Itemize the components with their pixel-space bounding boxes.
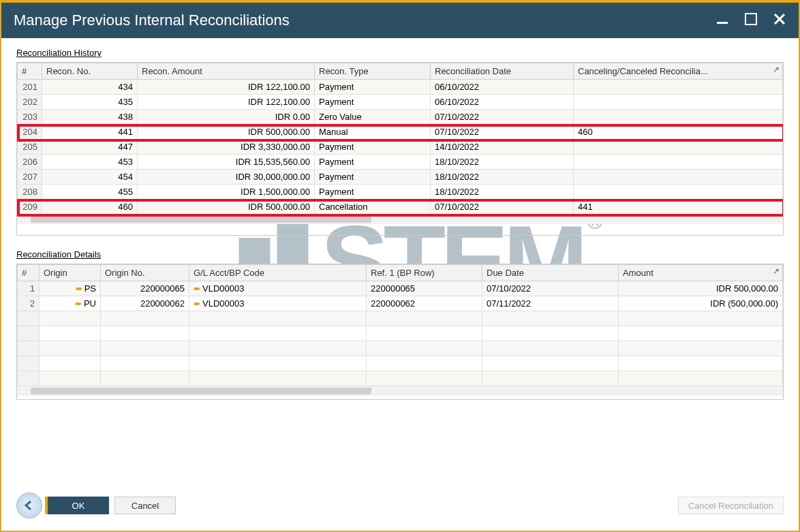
cell-amount: IDR 500,000.00 xyxy=(138,125,315,140)
reconciliation-details-label: Reconciliation Details xyxy=(16,249,101,260)
cell-recon-no: 455 xyxy=(42,185,138,200)
maximize-icon[interactable] xyxy=(744,12,758,29)
close-icon[interactable] xyxy=(773,12,786,29)
cell-recon-no: 434 xyxy=(42,80,138,95)
cell-type: Payment xyxy=(315,185,431,200)
cell-date: 07/10/2022 xyxy=(431,200,574,215)
col-idx[interactable]: # xyxy=(18,63,42,80)
table-row-empty xyxy=(18,371,783,386)
col-recon-no[interactable]: Recon. No. xyxy=(42,63,138,80)
cell-idx: 1 xyxy=(18,281,40,296)
cell-cancel-link xyxy=(574,110,783,125)
cell-cancel-link xyxy=(574,140,783,155)
cell-gl: ➨VLD00003 xyxy=(189,281,367,296)
cell-amount: IDR 0.00 xyxy=(138,110,315,125)
link-arrow-icon[interactable]: ➨ xyxy=(194,298,201,309)
col-due[interactable]: Due Date xyxy=(482,265,619,281)
cell-date: 07/10/2022 xyxy=(431,110,574,125)
col-origin[interactable]: Origin xyxy=(40,265,101,281)
cell-idx: 206 xyxy=(18,155,42,170)
details-grid: ↗ # Origin Origin No. G/L Acct/BP Code R… xyxy=(16,264,784,400)
cell-idx: 204 xyxy=(18,125,42,140)
col-ref1[interactable]: Ref. 1 (BP Row) xyxy=(367,265,482,281)
table-row[interactable]: 204441IDR 500,000.00Manual07/10/2022460 xyxy=(18,125,783,140)
table-row[interactable]: 205447IDR 3,330,000.00Payment14/10/2022 xyxy=(18,140,783,155)
titlebar: Manage Previous Internal Reconciliations xyxy=(1,3,799,38)
cell-gl: ➨VLD00003 xyxy=(189,296,367,311)
history-horizontal-scrollbar[interactable] xyxy=(17,215,783,224)
cell-idx: 209 xyxy=(18,200,42,215)
expand-icon[interactable]: ↗ xyxy=(771,266,782,277)
link-arrow-icon[interactable]: ➨ xyxy=(76,283,83,294)
window-frame: Manage Previous Internal Reconciliations… xyxy=(0,0,800,532)
cell-idx: 207 xyxy=(18,170,42,185)
table-row[interactable]: 209460IDR 500,000.00Cancellation07/10/20… xyxy=(18,200,783,215)
cell-date: 14/10/2022 xyxy=(431,140,574,155)
expand-icon[interactable]: ↗ xyxy=(771,64,782,75)
cell-date: 18/10/2022 xyxy=(431,185,574,200)
cell-type: Payment xyxy=(315,155,431,170)
table-row-empty xyxy=(18,356,783,371)
table-row[interactable]: 203438IDR 0.00Zero Value07/10/2022 xyxy=(18,110,783,125)
col-cancel-link[interactable]: Canceling/Canceled Reconcilia... xyxy=(574,63,783,80)
cell-amount: IDR 3,330,000.00 xyxy=(138,140,315,155)
back-button[interactable] xyxy=(16,492,42,518)
table-row-empty xyxy=(18,341,783,356)
details-horizontal-scrollbar[interactable] xyxy=(17,386,783,396)
cell-date: 06/10/2022 xyxy=(431,95,574,110)
cell-type: Cancellation xyxy=(315,200,431,215)
cell-type: Payment xyxy=(315,80,431,95)
minimize-icon[interactable] xyxy=(716,12,729,29)
cell-recon-no: 435 xyxy=(42,95,138,110)
history-grid: ↗ # Recon. No. Recon. Amount Recon. Type… xyxy=(16,62,784,236)
cell-recon-no: 453 xyxy=(42,155,138,170)
table-row[interactable]: 208455IDR 1,500,000.00Payment18/10/2022 xyxy=(18,185,783,200)
cell-origin-no: 220000062 xyxy=(101,296,189,311)
cell-cancel-link xyxy=(574,185,783,200)
link-arrow-icon[interactable]: ➨ xyxy=(75,298,82,309)
cell-amount: IDR 15,535,560.00 xyxy=(138,155,315,170)
cell-recon-no: 460 xyxy=(42,200,138,215)
window-title: Manage Previous Internal Reconciliations xyxy=(14,12,716,29)
cell-recon-no: 447 xyxy=(42,140,138,155)
table-row[interactable]: 206453IDR 15,535,560.00Payment18/10/2022 xyxy=(18,155,783,170)
col-idx[interactable]: # xyxy=(18,265,40,281)
table-row[interactable]: 202435IDR 122,100.00Payment06/10/2022 xyxy=(18,95,783,110)
cell-cancel-link: 441 xyxy=(574,200,783,215)
table-row-empty xyxy=(18,311,783,326)
table-row[interactable]: 207454IDR 30,000,000.00Payment18/10/2022 xyxy=(18,170,783,185)
col-recon-type[interactable]: Recon. Type xyxy=(315,63,431,80)
cell-origin-no: 220000065 xyxy=(101,281,189,296)
col-recon-amount[interactable]: Recon. Amount xyxy=(138,63,315,80)
ok-button[interactable]: OK xyxy=(48,497,109,514)
svg-rect-1 xyxy=(745,14,756,25)
cell-recon-no: 441 xyxy=(42,125,138,140)
cell-amount: IDR 500,000.00 xyxy=(138,200,315,215)
table-row[interactable]: 1➨PS220000065➨VLD0000322000006507/10/202… xyxy=(18,281,783,296)
cell-cancel-link xyxy=(574,80,783,95)
table-row[interactable]: 201434IDR 122,100.00Payment06/10/2022 xyxy=(18,80,783,95)
cell-amount: IDR 500,000.00 xyxy=(619,281,783,296)
cell-cancel-link: 460 xyxy=(574,125,783,140)
cell-idx: 205 xyxy=(18,140,42,155)
cancel-button[interactable]: Cancel xyxy=(114,497,176,514)
cell-idx: 208 xyxy=(18,185,42,200)
col-gl[interactable]: G/L Acct/BP Code xyxy=(189,265,367,281)
table-row[interactable]: 2➨PU220000062➨VLD0000322000006207/11/202… xyxy=(18,296,783,311)
col-recon-date[interactable]: Reconciliation Date xyxy=(431,63,574,80)
cell-amount: IDR 1,500,000.00 xyxy=(138,185,315,200)
cell-idx: 2 xyxy=(18,296,40,311)
cell-amount: IDR (500,000.00) xyxy=(619,296,783,311)
svg-rect-0 xyxy=(717,22,728,24)
col-origin-no[interactable]: Origin No. xyxy=(101,265,189,281)
table-row-empty xyxy=(18,326,783,341)
cell-idx: 203 xyxy=(18,110,42,125)
cancel-reconciliation-button[interactable]: Cancel Reconciliation xyxy=(678,497,784,514)
cell-type: Manual xyxy=(315,125,431,140)
link-arrow-icon[interactable]: ➨ xyxy=(194,283,201,294)
col-amount[interactable]: Amount xyxy=(619,265,783,281)
cell-type: Payment xyxy=(315,95,431,110)
cell-idx: 202 xyxy=(18,95,42,110)
cell-recon-no: 454 xyxy=(42,170,138,185)
cell-date: 07/10/2022 xyxy=(431,125,574,140)
